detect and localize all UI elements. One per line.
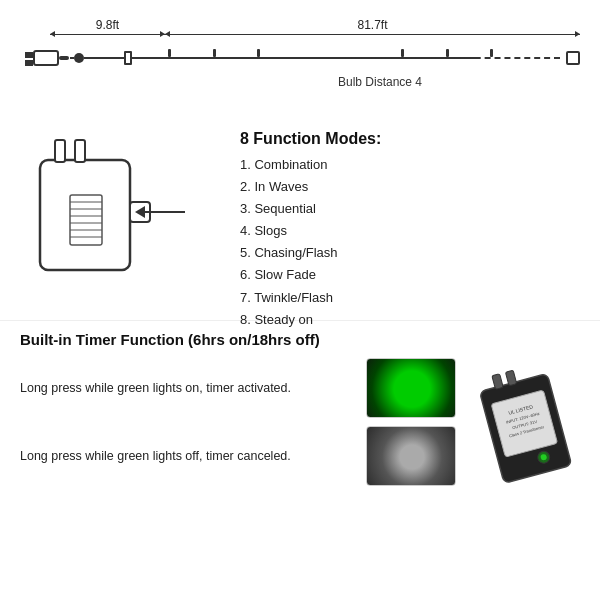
svg-rect-20 [492,374,503,390]
function-modes: 8 Function Modes: 1. Combination2. In Wa… [230,130,580,310]
adapter-photo-svg: UL LISTED INPUT: 120V~60Hz OUTPUT: 31V C… [470,361,580,491]
bulb-5 [446,49,449,57]
bulb-3 [257,49,260,57]
bulb-6 [490,49,493,57]
timer-section: Built-in Timer Function (6hrs on/18hrs o… [0,320,600,504]
timer-row-1: Long press while green lights on, timer … [20,358,456,418]
bulb-distance-label: Bulb Distance 4 [20,75,580,89]
function-item-2: 2. In Waves [240,176,580,198]
function-item-6: 6. Slow Fade [240,264,580,286]
svg-rect-9 [75,140,85,162]
timer-image-off [366,426,456,486]
bulb-4 [401,49,404,57]
left-plug [25,46,70,70]
function-item-7: 7. Twinkle/Flash [240,287,580,309]
function-item-3: 3. Sequential [240,198,580,220]
timer-text-2: Long press while green lights off, timer… [20,449,352,463]
svg-rect-8 [55,140,65,162]
function-item-4: 4. Slogs [240,220,580,242]
dim-left-label: 9.8ft [50,18,165,32]
dim-right-label: 81.7ft [165,18,580,32]
adapter-diagram [20,130,220,310]
middle-section: 8 Function Modes: 1. Combination2. In Wa… [0,120,600,320]
timer-text-1: Long press while green lights on, timer … [20,381,352,395]
function-item-8: 8. Steady on [240,309,580,331]
function-title: 8 Function Modes: [240,130,580,148]
bulb-2 [213,49,216,57]
timer-title: Built-in Timer Function (6hrs on/18hrs o… [20,331,580,348]
function-list: 1. Combination2. In Waves3. Sequential4.… [240,154,580,331]
timer-image-green [366,358,456,418]
function-item-5: 5. Chasing/Flash [240,242,580,264]
bulb-1 [168,49,171,57]
timer-row-2: Long press while green lights off, timer… [20,426,456,486]
wire-diagram: 9.8ft 81.7ft [0,0,600,120]
svg-rect-0 [40,160,130,270]
function-item-1: 1. Combination [240,154,580,176]
wire-connector [74,53,84,63]
adapter-svg [20,130,200,295]
svg-rect-21 [505,370,516,386]
